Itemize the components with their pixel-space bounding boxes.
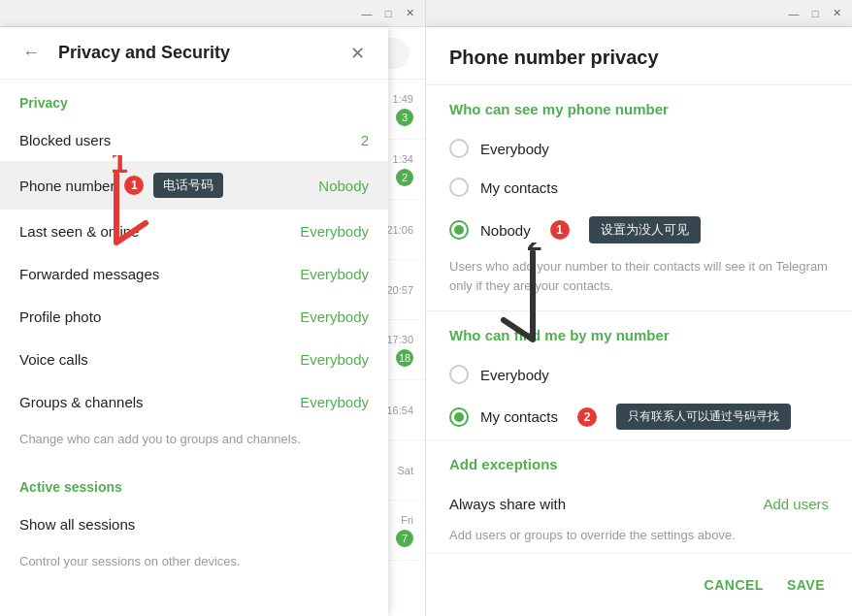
annotation-badge-right-1: 1 bbox=[550, 220, 570, 240]
exceptions-note: Add users or groups to override the sett… bbox=[426, 524, 852, 553]
chat-meta: 20:57 bbox=[386, 284, 413, 296]
dialog-title: Privacy and Security bbox=[58, 43, 330, 63]
radio-contacts-see[interactable]: My contacts bbox=[426, 168, 852, 207]
left-panel: — □ ✕ 🔍 Search U Channel ... bbox=[0, 0, 426, 616]
save-button[interactable]: SAVE bbox=[783, 569, 829, 600]
radio-circle-find-selected bbox=[449, 407, 469, 427]
back-button[interactable]: ← bbox=[16, 38, 47, 69]
app-window: — □ ✕ 🔍 Search U Channel ... bbox=[0, 0, 852, 616]
minimize-btn-right[interactable]: — bbox=[786, 6, 802, 21]
cancel-button[interactable]: CANCEL bbox=[701, 569, 768, 600]
annotation-badge-1: 1 bbox=[124, 176, 144, 195]
always-share-label: Always share with bbox=[449, 496, 763, 512]
right-panel: — □ ✕ 🔍 U Channel 1:493 bbox=[426, 0, 852, 616]
calls-label: Voice calls bbox=[19, 351, 300, 368]
radio-contacts-find[interactable]: My contacts 2 只有联系人可以通过号码寻找 bbox=[426, 394, 852, 439]
lastseen-value: Everybody bbox=[300, 223, 369, 240]
radio-circle-find bbox=[449, 365, 469, 384]
chat-meta: Fri 7 bbox=[396, 514, 413, 547]
radio-everybody-see-label: Everybody bbox=[480, 141, 549, 157]
always-share-row: Always share with Add users bbox=[426, 484, 852, 524]
dialog-footer: CANCEL SAVE bbox=[426, 553, 852, 616]
maximize-btn-right[interactable]: □ bbox=[807, 6, 823, 21]
settings-item-photo[interactable]: Profile photo Everybody bbox=[0, 295, 388, 338]
chat-meta: Sat bbox=[397, 465, 413, 476]
chat-badge: 3 bbox=[396, 109, 413, 126]
add-exceptions-title: Add exceptions bbox=[426, 440, 852, 484]
chat-time: 16:54 bbox=[386, 405, 413, 416]
groups-note: Change who can add you to groups and cha… bbox=[0, 423, 388, 464]
radio-nobody-see[interactable]: Nobody 1 设置为没人可见 bbox=[426, 207, 852, 253]
chat-time: 17:30 bbox=[386, 334, 413, 345]
forwarded-label: Forwarded messages bbox=[19, 266, 300, 282]
chat-badge: 18 bbox=[396, 349, 413, 367]
calls-value: Everybody bbox=[300, 351, 369, 368]
add-users-button[interactable]: Add users bbox=[763, 496, 829, 512]
dialog-header: ← Privacy and Security ✕ bbox=[0, 27, 388, 80]
who-find-title: Who can find me by my number bbox=[426, 311, 852, 355]
settings-item-blocked[interactable]: Blocked users 2 bbox=[0, 118, 388, 161]
settings-item-forwarded[interactable]: Forwarded messages Everybody bbox=[0, 252, 388, 295]
close-btn-left[interactable]: ✕ bbox=[402, 6, 417, 21]
window-chrome-left: — □ ✕ bbox=[0, 0, 425, 27]
phone-number-label: Phone number 1 电话号码 bbox=[19, 173, 318, 198]
radio-inner-find bbox=[454, 412, 464, 422]
settings-item-phone[interactable]: Phone number 1 电话号码 Nobody bbox=[0, 161, 388, 210]
info-text: Users who add your number to their conta… bbox=[426, 253, 852, 310]
settings-item-calls[interactable]: Voice calls Everybody bbox=[0, 338, 388, 380]
privacy-section-label: Privacy bbox=[0, 80, 388, 118]
sessions-note: Control your sessions on other devices. bbox=[0, 545, 388, 586]
who-see-title: Who can see my phone number bbox=[426, 85, 852, 129]
chat-time: 1:34 bbox=[393, 153, 413, 165]
chat-meta: 21:06 bbox=[386, 224, 413, 236]
radio-circle bbox=[449, 178, 469, 197]
phone-dialog-title: Phone number privacy bbox=[449, 47, 829, 69]
close-button[interactable]: ✕ bbox=[342, 38, 373, 69]
chat-badge: 2 bbox=[396, 169, 413, 186]
show-sessions-label: Show all sessions bbox=[19, 516, 369, 533]
dialog-content: Privacy Blocked users 2 Phone number 1 电… bbox=[0, 80, 388, 616]
privacy-dialog: ← Privacy and Security ✕ Privacy Blocked… bbox=[0, 27, 388, 616]
phone-dialog-content: Who can see my phone number Everybody My… bbox=[426, 85, 852, 553]
blocked-users-label: Blocked users bbox=[19, 132, 361, 148]
active-sessions-label: Active sessions bbox=[0, 464, 388, 503]
chat-meta: 16:54 bbox=[386, 405, 413, 416]
maximize-btn-left[interactable]: □ bbox=[380, 6, 396, 21]
radio-inner bbox=[454, 225, 464, 235]
close-btn-right[interactable]: ✕ bbox=[829, 6, 844, 21]
phone-tag: 电话号码 bbox=[153, 173, 223, 198]
radio-everybody-find[interactable]: Everybody bbox=[426, 355, 852, 394]
radio-contacts-see-label: My contacts bbox=[480, 179, 558, 196]
radio-circle-selected bbox=[449, 220, 469, 240]
photo-value: Everybody bbox=[300, 308, 369, 325]
chat-meta: 17:30 18 bbox=[386, 334, 413, 367]
blocked-users-value: 2 bbox=[361, 132, 369, 148]
chat-meta: 1:49 3 bbox=[393, 93, 413, 126]
settings-item-groups[interactable]: Groups & channels Everybody bbox=[0, 380, 388, 423]
photo-label: Profile photo bbox=[19, 308, 300, 325]
chat-badge: 7 bbox=[396, 530, 413, 547]
chat-time: 20:57 bbox=[386, 284, 413, 296]
chat-time: 1:49 bbox=[393, 93, 413, 105]
phone-privacy-dialog: Phone number privacy Who can see my phon… bbox=[426, 27, 852, 616]
chat-time: Sat bbox=[397, 465, 413, 476]
groups-label: Groups & channels bbox=[19, 394, 300, 410]
lastseen-label: Last seen & online bbox=[19, 223, 300, 240]
chat-time: Fri bbox=[401, 514, 413, 526]
phone-dialog-header: Phone number privacy bbox=[426, 27, 852, 85]
tooltip-nobody: 设置为没人可见 bbox=[589, 216, 701, 243]
radio-nobody-see-label: Nobody bbox=[480, 222, 531, 239]
forwarded-value: Everybody bbox=[300, 266, 369, 282]
groups-value: Everybody bbox=[300, 394, 369, 410]
settings-item-lastseen[interactable]: Last seen & online Everybody bbox=[0, 210, 388, 252]
radio-contacts-find-label: My contacts bbox=[480, 408, 558, 425]
phone-number-value: Nobody bbox=[318, 178, 369, 194]
radio-circle bbox=[449, 139, 469, 158]
chat-meta: 1:34 2 bbox=[393, 153, 413, 186]
chat-time: 21:06 bbox=[386, 224, 413, 236]
settings-item-sessions[interactable]: Show all sessions bbox=[0, 503, 388, 545]
radio-everybody-see[interactable]: Everybody bbox=[426, 129, 852, 168]
minimize-btn-left[interactable]: — bbox=[359, 6, 375, 21]
radio-everybody-find-label: Everybody bbox=[480, 367, 549, 383]
window-chrome-right: — □ ✕ bbox=[426, 0, 852, 27]
